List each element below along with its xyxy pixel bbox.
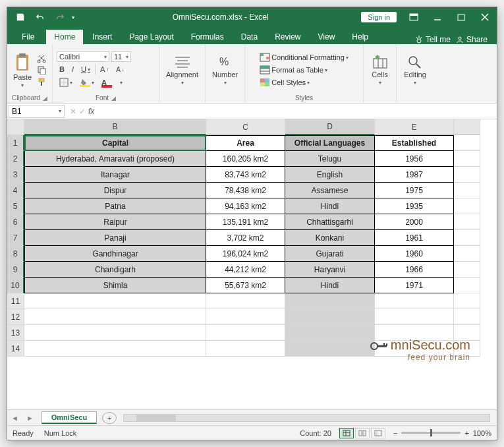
cell-blank-14[interactable] bbox=[454, 341, 480, 357]
tab-nav-next-icon[interactable]: ► bbox=[22, 414, 38, 422]
column-header-B[interactable]: B bbox=[24, 119, 206, 135]
paste-dropdown-icon[interactable]: ▾ bbox=[21, 82, 24, 88]
cell-blank-8[interactable] bbox=[454, 246, 480, 262]
cell-E10[interactable]: 1971 bbox=[375, 278, 454, 293]
cell-B6[interactable]: Raipur bbox=[24, 214, 206, 230]
cell-B9[interactable]: Chandigarh bbox=[24, 262, 206, 278]
row-header-10[interactable]: 10 bbox=[7, 278, 24, 293]
cell-styles-button[interactable]: Cell Styles▾ bbox=[257, 76, 351, 88]
cell-E14[interactable] bbox=[375, 341, 454, 357]
horizontal-scrollbar[interactable] bbox=[123, 414, 490, 422]
cell-E1[interactable]: Established bbox=[375, 135, 454, 151]
add-sheet-button[interactable]: + bbox=[102, 412, 117, 424]
column-header-E[interactable]: E bbox=[375, 119, 454, 135]
cell-E6[interactable]: 2000 bbox=[375, 214, 454, 230]
font-launcher-icon[interactable]: ◢ bbox=[111, 95, 116, 102]
tab-file[interactable]: File bbox=[11, 30, 45, 44]
cell-E4[interactable]: 1975 bbox=[375, 183, 454, 198]
minimize-button[interactable] bbox=[426, 7, 449, 27]
undo-icon[interactable] bbox=[32, 9, 48, 25]
format-as-table-button[interactable]: Format as Table▾ bbox=[257, 64, 351, 76]
fill-color-button[interactable]: ▾ bbox=[77, 76, 97, 88]
cell-E8[interactable]: 1960 bbox=[375, 246, 454, 262]
cell-B12[interactable] bbox=[24, 309, 206, 325]
zoom-in-button[interactable]: + bbox=[464, 429, 468, 437]
cell-C1[interactable]: Area bbox=[206, 135, 285, 151]
cell-B10[interactable]: Shimla bbox=[24, 278, 206, 293]
cell-blank-6[interactable] bbox=[454, 214, 480, 230]
sheet-tab[interactable]: OmniSecu bbox=[42, 411, 97, 424]
select-all-button[interactable] bbox=[7, 119, 24, 135]
cell-D5[interactable]: Hindi bbox=[285, 198, 375, 214]
cell-C7[interactable]: 3,702 km2 bbox=[206, 230, 285, 246]
cell-blank-12[interactable] bbox=[454, 309, 480, 325]
editing-button[interactable]: Editing▾ bbox=[401, 55, 430, 86]
cancel-formula-icon[interactable]: ✕ bbox=[70, 107, 76, 116]
tab-pagelayout[interactable]: Page Layout bbox=[121, 30, 181, 44]
maximize-button[interactable] bbox=[449, 7, 473, 27]
cell-E3[interactable]: 1987 bbox=[375, 167, 454, 183]
cell-blank-2[interactable] bbox=[454, 151, 480, 167]
cell-B7[interactable]: Panaji bbox=[24, 230, 206, 246]
cell-blank-10[interactable] bbox=[454, 278, 480, 293]
font-color-button[interactable]: A▾ bbox=[99, 77, 125, 88]
cell-D6[interactable]: Chhattisgarhi bbox=[285, 214, 375, 230]
redo-icon[interactable] bbox=[52, 9, 68, 25]
cell-C3[interactable]: 83,743 km2 bbox=[206, 167, 285, 183]
font-size-select[interactable]: 11▾ bbox=[111, 51, 131, 62]
row-header-12[interactable]: 12 bbox=[7, 309, 24, 325]
copy-icon[interactable] bbox=[35, 65, 48, 75]
decrease-font-button[interactable]: A↓ bbox=[113, 65, 126, 74]
zoom-slider[interactable] bbox=[401, 432, 461, 434]
cell-C4[interactable]: 78,438 km2 bbox=[206, 183, 285, 198]
cell-C6[interactable]: 135,191 km2 bbox=[206, 214, 285, 230]
paste-button[interactable]: Paste ▾ bbox=[11, 52, 34, 88]
alignment-button[interactable]: Alignment▾ bbox=[167, 55, 198, 86]
cell-blank-1[interactable] bbox=[454, 135, 480, 151]
row-header-4[interactable]: 4 bbox=[7, 183, 24, 198]
tab-view[interactable]: View bbox=[310, 30, 343, 44]
row-header-1[interactable]: 1 bbox=[7, 135, 24, 151]
cell-B14[interactable] bbox=[24, 341, 206, 357]
cell-B5[interactable]: Patna bbox=[24, 198, 206, 214]
cell-D10[interactable]: Hindi bbox=[285, 278, 375, 293]
cell-B13[interactable] bbox=[24, 325, 206, 341]
cell-B2[interactable]: Hyderabad, Amaravati (proposed) bbox=[24, 151, 206, 167]
bold-button[interactable]: B bbox=[57, 64, 67, 74]
tab-review[interactable]: Review bbox=[267, 30, 308, 44]
cell-E7[interactable]: 1961 bbox=[375, 230, 454, 246]
cell-blank-3[interactable] bbox=[454, 167, 480, 183]
cell-C14[interactable] bbox=[206, 341, 285, 357]
tab-data[interactable]: Data bbox=[233, 30, 266, 44]
cell-blank-5[interactable] bbox=[454, 198, 480, 214]
cell-blank-9[interactable] bbox=[454, 262, 480, 278]
cell-D4[interactable]: Assamese bbox=[285, 183, 375, 198]
cell-blank-4[interactable] bbox=[454, 183, 480, 198]
number-button[interactable]: % Number▾ bbox=[210, 55, 240, 86]
cell-C12[interactable] bbox=[206, 309, 285, 325]
increase-font-button[interactable]: A↑ bbox=[98, 64, 111, 74]
conditional-formatting-button[interactable]: Conditional Formatting▾ bbox=[257, 51, 351, 63]
qat-more-icon[interactable]: ▾ bbox=[72, 15, 74, 20]
column-header-C[interactable]: C bbox=[206, 119, 285, 135]
row-header-2[interactable]: 2 bbox=[7, 151, 24, 167]
tab-insert[interactable]: Insert bbox=[84, 30, 120, 44]
row-header-6[interactable]: 6 bbox=[7, 214, 24, 230]
column-header-blank[interactable] bbox=[454, 119, 480, 135]
row-header-3[interactable]: 3 bbox=[7, 167, 24, 183]
cell-B8[interactable]: Gandhinagar bbox=[24, 246, 206, 262]
sign-in-button[interactable]: Sign in bbox=[361, 12, 397, 22]
tab-nav-prev-icon[interactable]: ◄ bbox=[7, 414, 22, 422]
border-button[interactable]: ▾ bbox=[57, 76, 75, 88]
italic-button[interactable]: I bbox=[69, 64, 76, 74]
cell-B11[interactable] bbox=[24, 293, 206, 309]
cells-button[interactable]: Cells▾ bbox=[368, 55, 392, 86]
tab-home[interactable]: Home bbox=[46, 30, 83, 44]
row-header-14[interactable]: 14 bbox=[7, 341, 24, 357]
cell-C13[interactable] bbox=[206, 325, 285, 341]
underline-button[interactable]: U▾ bbox=[78, 64, 93, 74]
row-header-7[interactable]: 7 bbox=[7, 230, 24, 246]
page-layout-view-button[interactable] bbox=[355, 428, 370, 438]
cell-E5[interactable]: 1935 bbox=[375, 198, 454, 214]
cell-D2[interactable]: Telugu bbox=[285, 151, 375, 167]
